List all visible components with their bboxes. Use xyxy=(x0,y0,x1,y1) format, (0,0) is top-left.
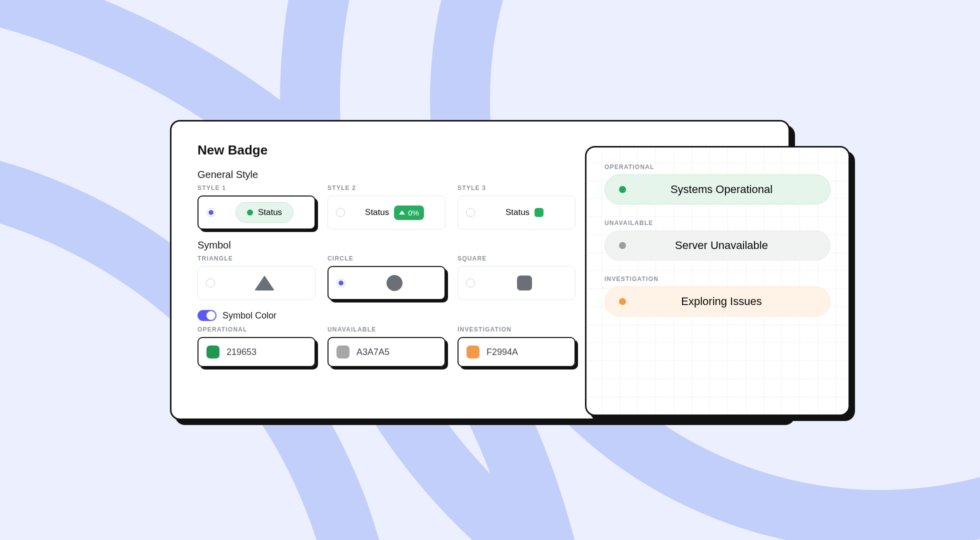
square-icon xyxy=(517,276,532,290)
label-square: SQUARE xyxy=(458,255,576,262)
badge-preview-card: OPERATIONAL Systems Operational UNAVAILA… xyxy=(585,146,850,416)
radio-icon xyxy=(206,278,215,288)
label-operational: OPERATIONAL xyxy=(198,326,316,333)
label-triangle: TRIANGLE xyxy=(198,255,316,262)
percent-chip: 0% xyxy=(394,206,424,220)
symbol-option-circle[interactable] xyxy=(328,266,446,300)
label-style-3: STYLE 3 xyxy=(458,184,576,192)
preview-badge-text: Server Unavailable xyxy=(627,239,816,252)
preview-label-unavailable: UNAVAILABLE xyxy=(604,220,830,226)
hex-value: A3A7A5 xyxy=(356,347,390,358)
preview-badge-text: Exploring Issues xyxy=(627,295,816,308)
hex-value: 219653 xyxy=(226,347,256,358)
radio-icon xyxy=(206,208,216,217)
percent-text: 0% xyxy=(408,208,419,217)
style-option-2[interactable]: Status 0% xyxy=(328,196,446,230)
triangle-up-icon xyxy=(399,210,405,214)
radio-icon xyxy=(336,278,346,288)
radio-icon xyxy=(466,278,475,288)
label-investigation: INVESTIGATION xyxy=(458,326,576,333)
color-input-investigation[interactable]: F2994A xyxy=(458,337,576,367)
badge-text: Status xyxy=(365,208,389,218)
preview-label-investigation: INVESTIGATION xyxy=(604,276,830,282)
radio-icon xyxy=(336,208,345,217)
label-style-1: STYLE 1 xyxy=(198,184,316,192)
preview-badge-text: Systems Operational xyxy=(627,183,816,196)
badge-text: Status xyxy=(506,208,530,218)
symbol-option-square[interactable] xyxy=(458,266,576,300)
color-swatch xyxy=(206,346,220,358)
triangle-icon xyxy=(254,276,274,290)
color-swatch xyxy=(336,346,350,358)
badge-preview-inline: Status xyxy=(506,208,544,218)
badge-text: Status xyxy=(258,208,282,218)
status-dot-icon xyxy=(247,210,253,216)
preview-badge-investigation: Exploring Issues xyxy=(604,286,830,316)
color-swatch xyxy=(466,346,480,358)
label-unavailable: UNAVAILABLE xyxy=(328,326,446,333)
color-input-operational[interactable]: 219653 xyxy=(198,337,316,367)
status-dot-icon xyxy=(619,242,626,249)
style-option-3[interactable]: Status xyxy=(458,196,576,230)
circle-icon xyxy=(386,275,402,291)
symbol-color-toggle[interactable] xyxy=(198,310,216,321)
badge-preview-pill: Status xyxy=(236,202,294,223)
symbol-color-toggle-label: Symbol Color xyxy=(222,310,276,321)
preview-badge-unavailable: Server Unavailable xyxy=(604,230,830,260)
preview-label-operational: OPERATIONAL xyxy=(604,164,830,170)
label-circle: CIRCLE xyxy=(328,255,446,262)
hex-value: F2994A xyxy=(486,347,518,358)
preview-badge-operational: Systems Operational xyxy=(604,174,830,204)
status-dot-icon xyxy=(619,186,626,193)
radio-icon xyxy=(466,208,475,217)
status-dot-icon xyxy=(619,298,626,305)
badge-preview-inline: Status 0% xyxy=(365,206,424,220)
label-style-2: STYLE 2 xyxy=(328,184,446,192)
style-option-1[interactable]: Status xyxy=(198,196,316,230)
color-input-unavailable[interactable]: A3A7A5 xyxy=(328,337,446,367)
square-icon xyxy=(534,208,544,217)
symbol-option-triangle[interactable] xyxy=(198,266,316,300)
